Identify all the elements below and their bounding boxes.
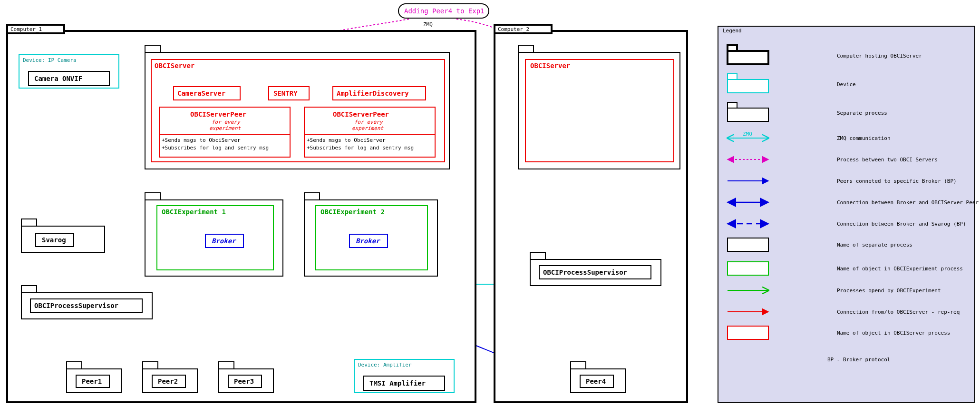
svg-text:Device: IP Camera: Device: IP Camera xyxy=(23,57,77,63)
svg-rect-113 xyxy=(728,326,768,339)
svg-rect-36 xyxy=(304,193,320,200)
svg-text:OBCIExperiment 2: OBCIExperiment 2 xyxy=(320,208,385,216)
computer-1: Computer_1 Device: IP Camera Camera ONVI… xyxy=(7,25,475,402)
svg-text:+Subscribes for log and sentry: +Subscribes for log and sentry msg xyxy=(162,145,269,151)
svg-text:for every: for every xyxy=(212,119,241,125)
svg-text:Name of separate process: Name of separate process xyxy=(837,242,912,248)
svg-text:OBCIServer: OBCIServer xyxy=(155,62,194,69)
svg-text:Device: Device xyxy=(837,81,856,88)
svg-text:Process between two OBCI Serve: Process between two OBCI Servers xyxy=(837,157,938,163)
svg-text:Adding Peer4 to Exp1: Adding Peer4 to Exp1 xyxy=(404,7,485,15)
svg-text:OBCIExperiment 1: OBCIExperiment 1 xyxy=(162,208,226,216)
svg-rect-54 xyxy=(143,362,158,369)
svg-text:experiment: experiment xyxy=(209,125,242,131)
svg-text:+Subscribes for log and sentry: +Subscribes for log and sentry msg xyxy=(307,145,414,151)
svg-text:+Sends msgs to ObciServer: +Sends msgs to ObciServer xyxy=(307,137,386,143)
svg-text:OBCIProcessSupervisor: OBCIProcessSupervisor xyxy=(543,268,627,276)
svg-text:Svarog: Svarog xyxy=(42,236,66,244)
obci-experiment-2: OBCIExperiment 2 Broker xyxy=(304,193,437,276)
svg-text:Name of object in OBCIExperime: Name of object in OBCIExperiment process xyxy=(837,266,963,272)
annotation-bubble: Adding Peer4 to Exp1 ZMQ xyxy=(398,4,489,28)
svg-text:Separate process: Separate process xyxy=(837,110,887,116)
svg-rect-42 xyxy=(21,219,37,227)
svg-text:Name of object in OBCIServer p: Name of object in OBCIServer process xyxy=(837,330,950,336)
svg-rect-91 xyxy=(728,102,737,108)
svg-rect-70 xyxy=(525,60,674,162)
svg-rect-6 xyxy=(145,45,160,53)
legend: Legend Computer hosting OBCIServer Devic… xyxy=(718,26,980,402)
svg-text:Connection from/to OBCIServer : Connection from/to OBCIServer - rep-req xyxy=(837,309,960,315)
svg-text:Peers conneted to specific Bro: Peers conneted to specific Broker (BP) xyxy=(837,178,957,184)
device-ip-camera: Device: IP Camera Camera ONVIF xyxy=(19,55,119,88)
svg-text:Legend: Legend xyxy=(723,28,742,34)
diagram-root: ZMQ ZMQ Computer_1 Device: IP Camera Cam… xyxy=(0,0,980,407)
svg-text:Device: Amplifier: Device: Amplifier xyxy=(358,362,412,368)
svg-text:Broker: Broker xyxy=(356,237,380,245)
svg-text:Broker: Broker xyxy=(212,237,236,245)
svg-rect-46 xyxy=(21,286,37,293)
svg-rect-88 xyxy=(728,74,737,79)
svg-text:ZMQ: ZMQ xyxy=(743,131,752,137)
svg-text:BP - Broker protocol: BP - Broker protocol xyxy=(827,357,890,363)
svg-text:Computer hosting OBCIServer: Computer hosting OBCIServer xyxy=(837,53,922,59)
svg-text:OBCIServerPeer: OBCIServerPeer xyxy=(333,110,389,118)
svg-rect-68 xyxy=(518,45,534,53)
svg-text:SENTRY: SENTRY xyxy=(273,89,298,97)
svg-rect-30 xyxy=(145,193,160,200)
svg-text:OBCIServer: OBCIServer xyxy=(530,62,570,69)
svg-rect-107 xyxy=(728,262,768,275)
obci-experiment-1: OBCIExperiment 1 Broker xyxy=(145,193,283,276)
computer-2: Computer_2 OBCIServer OBCIProcessSupervi… xyxy=(495,25,687,402)
svg-rect-76 xyxy=(571,362,586,369)
svg-text:CameraServer: CameraServer xyxy=(177,89,225,97)
svg-text:AmplifierDiscovery: AmplifierDiscovery xyxy=(337,89,409,97)
svg-text:+Sends msgs to ObciServer: +Sends msgs to ObciServer xyxy=(162,137,241,143)
svg-text:experiment: experiment xyxy=(352,125,384,131)
svg-text:OBCIProcessSupervisor: OBCIProcessSupervisor xyxy=(34,302,118,309)
obciserver-1-process: OBCIServer CameraServer SENTRY Amplifier… xyxy=(145,45,449,169)
svg-text:Processes opend by OBCIExperim: Processes opend by OBCIExperiment xyxy=(837,288,941,294)
svg-text:for every: for every xyxy=(354,119,383,125)
svg-text:OBCIServerPeer: OBCIServerPeer xyxy=(190,110,246,118)
computer-1-label: Computer_1 xyxy=(10,26,42,32)
computer-2-label: Computer_2 xyxy=(498,26,529,32)
svg-rect-89 xyxy=(728,79,768,93)
svg-text:ZMQ communication: ZMQ communication xyxy=(837,135,891,141)
svg-text:Connection between Broker and : Connection between Broker and Svarog (BP… xyxy=(837,221,966,227)
svg-text:Connection between Broker and : Connection between Broker and OBCIServer… xyxy=(837,199,980,206)
svg-text:TMSI Amplifier: TMSI Amplifier xyxy=(369,379,426,387)
device-amplifier: Device: Amplifier TMSI Amplifier xyxy=(354,359,454,393)
obciserver-2-process: OBCIServer xyxy=(518,45,680,169)
svg-text:ZMQ: ZMQ xyxy=(423,21,433,28)
svg-rect-50 xyxy=(67,362,82,369)
svg-rect-72 xyxy=(530,252,545,260)
svg-rect-105 xyxy=(728,238,768,251)
svg-text:Peer2: Peer2 xyxy=(158,377,178,385)
svg-rect-58 xyxy=(219,362,234,369)
svg-rect-86 xyxy=(728,51,768,64)
svg-text:Camera ONVIF: Camera ONVIF xyxy=(34,75,82,82)
obci-server-peer-1: OBCIServerPeer for every experiment +Sen… xyxy=(159,107,290,157)
svg-text:Peer4: Peer4 xyxy=(586,377,606,385)
obci-server-peer-2: OBCIServerPeer for every experiment +Sen… xyxy=(304,107,435,157)
svg-text:Peer1: Peer1 xyxy=(82,377,102,385)
svg-rect-92 xyxy=(728,108,768,121)
svg-text:Peer3: Peer3 xyxy=(234,377,254,385)
